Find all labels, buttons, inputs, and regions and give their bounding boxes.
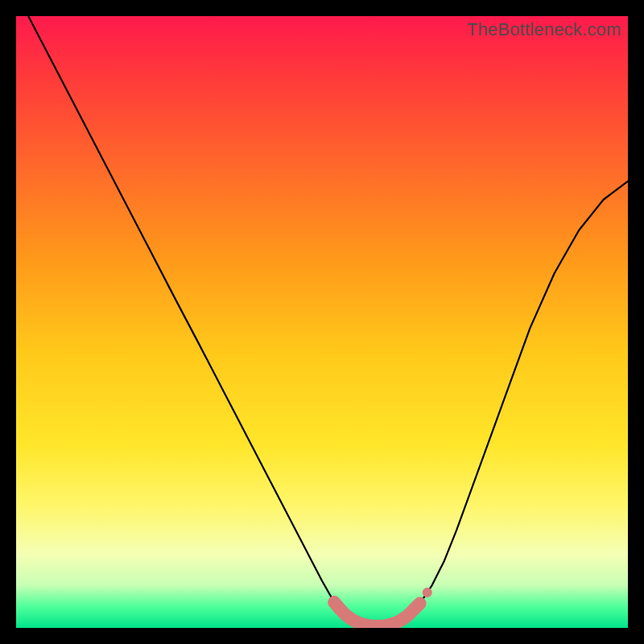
bottleneck-curve-chart [16,16,628,628]
gradient-background [16,16,628,628]
watermark-text: TheBottleneck.com [467,19,621,40]
chart-frame: TheBottleneck.com [0,0,644,644]
optimal-dot [415,598,426,609]
end-dot-marker [423,588,432,597]
plot-area: TheBottleneck.com [16,16,628,628]
